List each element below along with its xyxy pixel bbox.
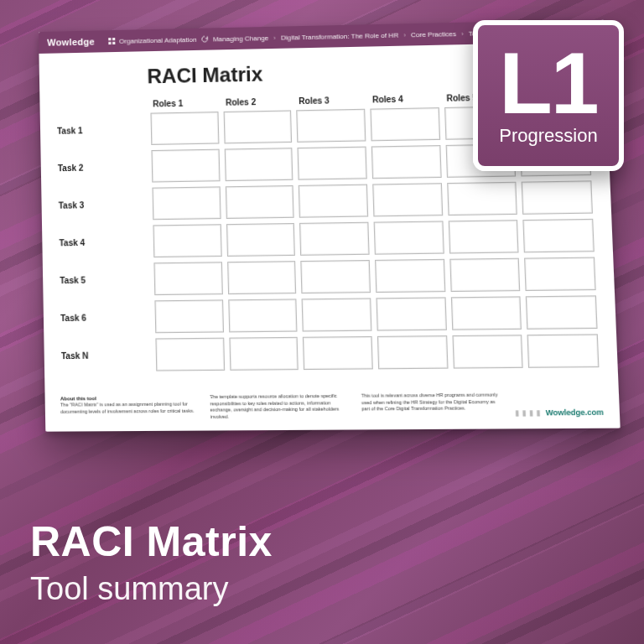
matrix-cell xyxy=(155,338,224,371)
matrix-cell xyxy=(376,297,446,330)
matrix-cell xyxy=(152,186,221,220)
promo-card: Wowledge Organizational Adaptation Manag… xyxy=(0,0,644,644)
matrix-cell xyxy=(153,262,222,295)
footer-col-2: The template supports resource allocatio… xyxy=(210,393,346,420)
matrix-cell xyxy=(153,224,221,257)
row-header: Task 2 xyxy=(56,148,150,186)
matrix-cell xyxy=(526,295,597,330)
matrix-cell xyxy=(448,220,519,253)
row-header: Task 1 xyxy=(55,111,149,149)
crumb-0-label: Organizational Adaptation xyxy=(119,35,197,44)
column-header: Roles 2 xyxy=(221,93,294,109)
matrix-cell xyxy=(151,149,220,183)
column-header: Roles 3 xyxy=(293,91,367,107)
footer-col-1-body: The "RACI Matrix" is used as an assignme… xyxy=(60,402,195,414)
svg-rect-3 xyxy=(112,41,115,44)
caption-title: RACI Matrix xyxy=(30,517,273,566)
row-header: Task 4 xyxy=(57,222,151,261)
matrix-cell xyxy=(452,335,523,368)
matrix-cell xyxy=(225,185,294,219)
footer-brand-site: Wowledge.com xyxy=(545,408,604,417)
svg-rect-2 xyxy=(108,41,111,44)
matrix-cell xyxy=(223,110,292,143)
crumb-1: Managing Change xyxy=(201,34,268,43)
matrix-cell xyxy=(154,299,223,333)
row-header: Task 6 xyxy=(59,298,153,336)
matrix-cell xyxy=(371,145,442,179)
column-header: Roles 4 xyxy=(367,91,442,106)
row-header: Task 5 xyxy=(58,260,152,299)
matrix-cell xyxy=(302,298,372,331)
sheet-footer: About this tool The "RACI Matrix" is use… xyxy=(44,386,620,431)
matrix-corner xyxy=(55,93,148,112)
matrix-cell xyxy=(298,147,367,180)
matrix-cell xyxy=(374,221,444,254)
crumb-3-label: Core Practices xyxy=(411,30,456,39)
level-badge-label: Progression xyxy=(499,125,597,147)
row-header: Task 3 xyxy=(56,185,150,224)
column-header: Roles 1 xyxy=(148,95,221,111)
crumb-1-label: Managing Change xyxy=(213,34,269,43)
footer-col-1: About this tool The "RACI Matrix" is use… xyxy=(60,394,195,421)
matrix-cell xyxy=(447,182,517,216)
matrix-cell xyxy=(377,335,448,369)
matrix-cell xyxy=(451,296,522,330)
caption-subtitle: Tool summary xyxy=(30,571,273,607)
matrix-cell xyxy=(523,219,595,253)
footer-brand: ▮▮▮▮ Wowledge.com xyxy=(515,407,604,418)
crumb-0: Organizational Adaptation xyxy=(108,35,197,44)
level-badge: L1 Progression xyxy=(473,20,624,171)
matrix-cell xyxy=(375,259,445,293)
footer-col-3: This tool is relevant across diverse HR … xyxy=(361,392,500,419)
svg-rect-0 xyxy=(108,38,111,40)
matrix-cell xyxy=(226,223,296,257)
matrix-cell xyxy=(228,299,298,332)
footer-col-3-body: This tool is relevant across diverse HR … xyxy=(361,392,498,412)
row-header: Task N xyxy=(60,335,154,374)
matrix-cell xyxy=(449,258,521,292)
matrix-cell xyxy=(299,184,368,218)
matrix-cell xyxy=(524,257,595,292)
grid-icon xyxy=(108,37,115,44)
footer-col-2-body: The template supports resource allocatio… xyxy=(210,393,339,418)
matrix-cell xyxy=(227,261,297,294)
level-badge-code: L1 xyxy=(499,44,597,123)
matrix-cell xyxy=(370,107,439,141)
svg-rect-1 xyxy=(112,37,115,39)
matrix-cell xyxy=(297,109,366,143)
matrix-cell xyxy=(303,336,373,370)
chevron-right-icon: › xyxy=(403,32,406,38)
refresh-icon xyxy=(201,35,208,42)
matrix-cell xyxy=(299,222,369,256)
matrix-cell xyxy=(229,337,299,371)
brand-logo-text: Wowledge xyxy=(47,37,95,48)
matrix-cell xyxy=(150,112,219,145)
chevron-right-icon: › xyxy=(273,34,276,40)
caption: RACI Matrix Tool summary xyxy=(30,517,273,607)
matrix-cell xyxy=(372,183,443,216)
crumb-2-label: Digital Transformation: The Role of HR xyxy=(281,31,399,41)
matrix-cell xyxy=(301,260,371,293)
matrix-cell xyxy=(522,180,593,215)
matrix-cell xyxy=(527,334,600,368)
matrix-cell xyxy=(224,148,293,181)
chevron-right-icon: › xyxy=(461,30,464,36)
